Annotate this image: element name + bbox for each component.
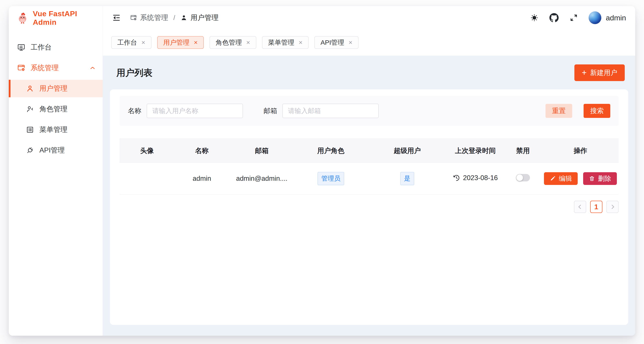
pagination: 1 <box>120 201 618 213</box>
tab-label: 工作台 <box>117 38 137 47</box>
email-search-input[interactable] <box>282 104 379 118</box>
avatar <box>588 12 601 24</box>
chevron-right-icon <box>610 205 614 209</box>
column-email: 邮箱 <box>230 139 294 163</box>
name-search-input[interactable] <box>147 104 243 118</box>
sidebar-item-workbench[interactable]: 工作台 <box>9 39 103 56</box>
column-role: 用户角色 <box>294 139 368 163</box>
user-menu[interactable]: admin <box>588 12 626 24</box>
sidebar: Vue FastAPI Admin 工作台 <box>9 6 103 336</box>
tab-close-icon[interactable]: × <box>194 39 198 46</box>
name-field-label: 名称 <box>128 106 142 116</box>
tab-label: API管理 <box>320 38 344 47</box>
sidebar-item-users[interactable]: 用户管理 <box>9 80 103 97</box>
tab-label: 用户管理 <box>163 38 190 47</box>
reset-button[interactable]: 重置 <box>546 104 572 118</box>
tab-close-icon[interactable]: × <box>142 39 145 46</box>
tab-bar: 工作台 × 用户管理 × 角色管理 × 菜单管理 × API管理 × <box>103 29 635 56</box>
tab-roles[interactable]: 角色管理 × <box>210 36 256 49</box>
sidebar-item-label: 菜单管理 <box>40 125 68 135</box>
breadcrumb-item-users[interactable]: 用户管理 <box>180 13 218 23</box>
tab-menus[interactable]: 菜单管理 × <box>262 36 309 49</box>
cell-avatar <box>120 163 174 195</box>
plug-icon <box>26 146 34 154</box>
new-user-button-label: 新建用户 <box>590 68 617 77</box>
cell-name: admin <box>174 163 230 195</box>
user-list-card: 名称 邮箱 重置 搜索 <box>110 89 628 325</box>
edit-button[interactable]: 编辑 <box>544 172 578 185</box>
breadcrumb-item-system[interactable]: 系统管理 <box>130 13 168 23</box>
page-number-1[interactable]: 1 <box>590 201 602 213</box>
app-title: Vue FastAPI Admin <box>33 10 103 27</box>
tab-api[interactable]: API管理 × <box>314 36 358 49</box>
next-page-button[interactable] <box>606 201 618 213</box>
search-panel: 名称 邮箱 重置 搜索 <box>120 96 618 126</box>
cell-role: 管理员 <box>294 163 368 195</box>
sidebar-item-label: 用户管理 <box>40 84 68 93</box>
table-header-row: 头像 名称 邮箱 用户角色 超级用户 上次登录时间 禁用 操作 <box>120 139 618 163</box>
sidebar-collapse-icon[interactable] <box>112 13 121 23</box>
column-superuser: 超级用户 <box>368 139 447 163</box>
content-header: 用户列表 + 新建用户 <box>103 56 635 89</box>
sidebar-item-label: 工作台 <box>31 43 52 52</box>
search-button[interactable]: 搜索 <box>584 104 610 118</box>
system-gear-icon <box>17 64 26 72</box>
menu-list-icon <box>26 126 34 134</box>
email-field-label: 邮箱 <box>264 106 277 116</box>
breadcrumb-label: 用户管理 <box>190 13 218 23</box>
cell-disabled <box>504 163 542 195</box>
role-icon <box>26 105 34 113</box>
prev-page-button[interactable] <box>574 201 586 213</box>
breadcrumb-separator: / <box>172 14 176 22</box>
plus-icon: + <box>582 68 587 77</box>
cell-last-login: 2023-08-16 <box>447 163 504 195</box>
column-avatar: 头像 <box>120 139 174 163</box>
main-area: 系统管理 / 用户管理 <box>103 6 635 336</box>
role-tag: 管理员 <box>318 172 344 185</box>
username: admin <box>606 14 626 22</box>
column-name: 名称 <box>174 139 230 163</box>
sidebar-item-system[interactable]: 系统管理 <box>9 59 103 77</box>
breadcrumb: 系统管理 / 用户管理 <box>130 13 218 23</box>
sidebar-item-roles[interactable]: 角色管理 <box>9 100 103 118</box>
sidebar-item-label: 系统管理 <box>31 63 59 73</box>
theme-toggle-sun-icon[interactable] <box>530 13 539 23</box>
page-title: 用户列表 <box>116 67 152 79</box>
chevron-left-icon <box>578 205 583 209</box>
app-logo[interactable]: Vue FastAPI Admin <box>9 6 103 30</box>
cell-email: admin@admin.... <box>230 163 294 195</box>
delete-button-label: 删除 <box>598 174 611 183</box>
user-icon <box>26 84 34 93</box>
monitor-icon <box>17 43 26 52</box>
topbar-actions: admin <box>530 12 626 24</box>
pencil-icon <box>550 176 556 182</box>
breadcrumb-label: 系统管理 <box>140 13 168 23</box>
sidebar-menu: 工作台 系统管理 <box>9 30 103 162</box>
superuser-tag: 是 <box>400 172 414 185</box>
tab-label: 角色管理 <box>216 38 242 47</box>
column-last-login: 上次登录时间 <box>447 139 504 163</box>
last-login-value: 2023-08-16 <box>463 174 498 182</box>
delete-button[interactable]: 删除 <box>583 172 617 185</box>
top-header: 系统管理 / 用户管理 <box>103 6 635 29</box>
cell-actions: 编辑 <box>542 163 618 195</box>
tab-close-icon[interactable]: × <box>348 39 352 46</box>
tab-close-icon[interactable]: × <box>246 39 250 46</box>
sidebar-item-label: API管理 <box>40 146 65 155</box>
clock-history-icon <box>453 174 460 181</box>
tab-workbench[interactable]: 工作台 × <box>111 36 152 49</box>
cell-superuser: 是 <box>368 163 447 195</box>
fullscreen-icon[interactable] <box>569 13 578 23</box>
app-window: Vue FastAPI Admin 工作台 <box>9 6 635 336</box>
tab-users[interactable]: 用户管理 × <box>157 36 204 49</box>
sidebar-item-api[interactable]: API管理 <box>9 142 103 159</box>
users-table: 头像 名称 邮箱 用户角色 超级用户 上次登录时间 禁用 操作 <box>120 139 618 195</box>
trash-icon <box>589 176 595 182</box>
new-user-button[interactable]: + 新建用户 <box>574 64 625 81</box>
sidebar-item-menus[interactable]: 菜单管理 <box>9 121 103 139</box>
tab-close-icon[interactable]: × <box>299 39 303 46</box>
column-disabled: 禁用 <box>504 139 542 163</box>
github-icon[interactable] <box>549 13 559 23</box>
edit-button-label: 编辑 <box>559 174 572 183</box>
disabled-toggle[interactable] <box>516 174 530 181</box>
